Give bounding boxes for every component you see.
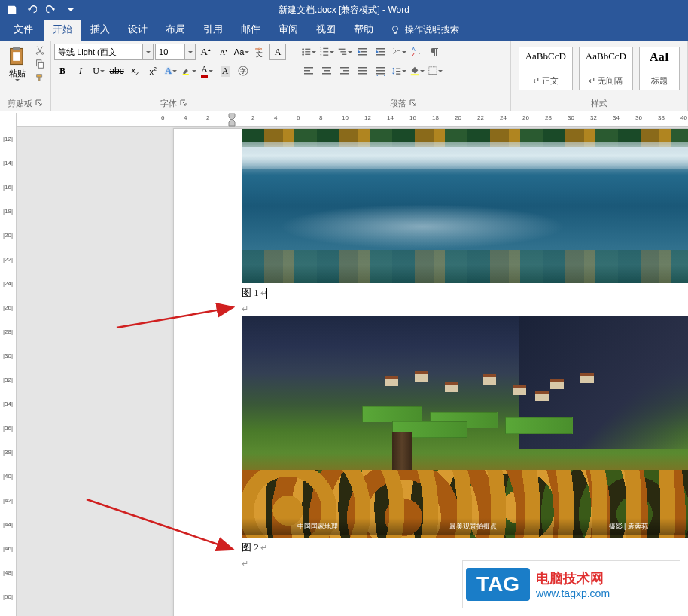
svg-rect-41 bbox=[340, 73, 349, 75]
tab-help[interactable]: 帮助 bbox=[345, 18, 382, 41]
svg-rect-30 bbox=[376, 54, 385, 56]
empty-paragraph[interactable]: ↵ bbox=[242, 303, 688, 316]
vertical-ruler[interactable]: |12||14||16||18||20||22||24||26||28||30|… bbox=[0, 113, 17, 616]
justify-button[interactable] bbox=[355, 63, 371, 79]
increase-indent-button[interactable] bbox=[373, 44, 389, 60]
bullets-icon bbox=[301, 46, 312, 58]
bold-button[interactable]: B bbox=[54, 63, 71, 79]
svg-rect-13 bbox=[305, 51, 310, 52]
tab-references[interactable]: 引用 bbox=[194, 18, 232, 41]
font-size-combo[interactable]: 10 bbox=[155, 44, 196, 60]
tab-mailings[interactable]: 邮件 bbox=[232, 18, 269, 41]
svg-text:文: 文 bbox=[256, 50, 263, 58]
clipboard-dialog-launcher[interactable] bbox=[35, 99, 43, 108]
shrink-font-button[interactable]: A▾ bbox=[215, 44, 232, 60]
indent-icon bbox=[375, 46, 387, 58]
svg-rect-48 bbox=[394, 69, 394, 72]
highlight-button[interactable] bbox=[181, 63, 197, 79]
svg-rect-26 bbox=[361, 51, 367, 53]
borders-button[interactable] bbox=[427, 63, 443, 79]
tab-review[interactable]: 审阅 bbox=[269, 18, 307, 41]
document-page[interactable]: 图 1↵ ↵ bbox=[173, 128, 688, 616]
horizontal-ruler[interactable]: 642246810121416182022242628303234363840 bbox=[17, 113, 688, 127]
paste-label: 粘贴 bbox=[9, 68, 26, 79]
numbering-button[interactable]: 123 bbox=[318, 44, 335, 60]
tell-me-search[interactable]: 操作说明搜索 bbox=[382, 19, 467, 41]
copy-button[interactable] bbox=[32, 57, 47, 71]
font-color-button[interactable]: A bbox=[199, 63, 215, 79]
format-painter-icon bbox=[35, 72, 45, 83]
svg-rect-2 bbox=[13, 52, 20, 61]
phonetic-guide-button[interactable]: wén文 bbox=[251, 44, 268, 60]
group-font: 等线 Light (西文 10 A▴ A▾ Aa wén文 A B I U ab… bbox=[51, 41, 297, 111]
underline-button[interactable]: U bbox=[90, 63, 107, 79]
svg-rect-54 bbox=[429, 74, 437, 75]
tab-view[interactable]: 视图 bbox=[307, 18, 345, 41]
svg-rect-33 bbox=[304, 67, 313, 69]
tab-design[interactable]: 设计 bbox=[119, 18, 157, 41]
paragraph-dialog-launcher[interactable] bbox=[409, 99, 417, 108]
change-case-button[interactable]: Aa bbox=[233, 44, 250, 60]
align-left-button[interactable] bbox=[300, 63, 317, 79]
decrease-indent-button[interactable] bbox=[355, 44, 371, 60]
caption-1[interactable]: 图 1↵ bbox=[242, 283, 688, 303]
titlebar: 新建文档.docx [兼容模式] - Word bbox=[0, 0, 688, 20]
cut-button[interactable] bbox=[32, 44, 47, 57]
font-size-value: 10 bbox=[156, 47, 184, 56]
group-paragraph: 123 AZ 段落 bbox=[297, 41, 511, 111]
distributed-button[interactable] bbox=[373, 63, 389, 79]
justify-icon bbox=[357, 65, 369, 77]
text-effects-button[interactable]: A bbox=[163, 63, 179, 79]
indent-marker-icon[interactable] bbox=[227, 113, 239, 127]
sort-button[interactable]: AZ bbox=[409, 44, 425, 60]
figure-1-image[interactable] bbox=[242, 129, 688, 283]
bullets-button[interactable] bbox=[300, 44, 317, 60]
superscript-button[interactable]: x2 bbox=[145, 63, 161, 79]
svg-rect-4 bbox=[38, 62, 43, 68]
character-shading-button[interactable]: A bbox=[217, 63, 233, 79]
tab-home[interactable]: 开始 bbox=[44, 18, 81, 41]
lightbulb-icon bbox=[390, 25, 400, 35]
tab-insert[interactable]: 插入 bbox=[81, 18, 119, 41]
format-painter-button[interactable] bbox=[32, 71, 47, 84]
style-item-1[interactable]: AaBbCcD↵ 无间隔 bbox=[579, 47, 633, 90]
redo-icon[interactable] bbox=[42, 2, 60, 18]
style-item-2[interactable]: AaI标题 bbox=[639, 47, 680, 90]
undo-icon[interactable] bbox=[23, 2, 41, 18]
tab-file[interactable]: 文件 bbox=[3, 18, 44, 41]
svg-text:3: 3 bbox=[320, 53, 322, 57]
shading-button[interactable] bbox=[409, 63, 425, 79]
caption-2[interactable]: 图 2↵ bbox=[242, 538, 688, 557]
multilevel-list-button[interactable] bbox=[336, 44, 353, 60]
svg-rect-37 bbox=[324, 70, 330, 72]
strikethrough-button[interactable]: abc bbox=[108, 63, 125, 79]
svg-rect-38 bbox=[322, 73, 331, 75]
enclose-characters-button[interactable]: 字 bbox=[235, 63, 251, 79]
show-marks-button[interactable] bbox=[427, 44, 443, 60]
tab-layout[interactable]: 布局 bbox=[157, 18, 194, 41]
style-item-0[interactable]: AaBbCcD↵ 正文 bbox=[519, 47, 573, 90]
align-right-button[interactable] bbox=[336, 63, 353, 79]
italic-button[interactable]: I bbox=[72, 63, 89, 79]
pilcrow-icon bbox=[429, 46, 441, 58]
svg-point-12 bbox=[302, 51, 304, 53]
figure-2-image[interactable]: 中国国家地理最美观景拍摄点摄影 | 袁蓉荪 bbox=[242, 316, 688, 538]
svg-rect-15 bbox=[305, 54, 310, 55]
line-spacing-button[interactable] bbox=[391, 63, 407, 79]
align-center-button[interactable] bbox=[318, 63, 335, 79]
window-title: 新建文档.docx [兼容模式] - Word bbox=[279, 4, 409, 17]
asian-layout-button[interactable] bbox=[391, 44, 407, 60]
grow-font-button[interactable]: A▴ bbox=[197, 44, 214, 60]
save-icon[interactable] bbox=[3, 2, 21, 18]
svg-rect-35 bbox=[304, 73, 313, 75]
svg-rect-27 bbox=[358, 54, 367, 56]
font-name-combo[interactable]: 等线 Light (西文 bbox=[54, 44, 154, 60]
borders-icon bbox=[428, 65, 438, 77]
phonetic-icon: wén文 bbox=[254, 46, 266, 58]
subscript-button[interactable]: x2 bbox=[126, 63, 143, 79]
character-border-button[interactable]: A bbox=[269, 44, 286, 60]
paste-button[interactable]: 粘贴 bbox=[4, 44, 31, 84]
font-dialog-launcher[interactable] bbox=[180, 99, 187, 108]
qat-dropdown-icon[interactable] bbox=[62, 2, 80, 18]
svg-rect-51 bbox=[396, 74, 400, 75]
